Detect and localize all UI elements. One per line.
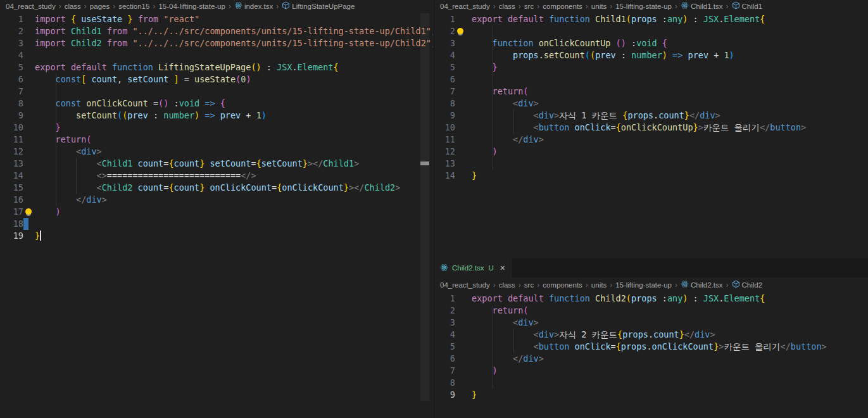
code-row[interactable]: 7: [0, 86, 433, 98]
code-line[interactable]: [23, 49, 433, 61]
code-row[interactable]: 3 function onClickCountUp () :void {: [434, 37, 868, 49]
code-line[interactable]: <div>자식 2 카운트{props.count}</div>: [455, 329, 868, 341]
line-number[interactable]: 9: [434, 389, 455, 401]
code-row[interactable]: 13 <Child1 count={count} setCount={setCo…: [0, 158, 433, 170]
breadcrumb-item[interactable]: src: [524, 0, 534, 13]
code-row[interactable]: 16 </div>: [0, 194, 433, 206]
code-row[interactable]: 11 </div>: [434, 134, 868, 146]
code-area[interactable]: 1export default function Child1(props :a…: [434, 13, 868, 182]
line-number[interactable]: 6: [434, 73, 455, 86]
line-number[interactable]: 18: [0, 218, 23, 230]
breadcrumb-item[interactable]: section15: [118, 0, 149, 13]
code-line[interactable]: }: [455, 61, 868, 73]
breadcrumb-item[interactable]: class: [499, 0, 515, 13]
code-row[interactable]: 1import { useState } from "react": [0, 13, 433, 25]
code-row[interactable]: 5export default function LiftingStateUpP…: [0, 61, 433, 73]
line-number[interactable]: 3: [434, 37, 455, 49]
breadcrumb-item[interactable]: units: [591, 0, 607, 13]
line-number[interactable]: 6: [434, 353, 455, 365]
code-line[interactable]: [455, 377, 868, 389]
code-row[interactable]: 14 <>==========================</>: [0, 170, 433, 182]
code-line[interactable]: ): [455, 146, 868, 158]
line-number[interactable]: 8: [434, 377, 455, 389]
code-row[interactable]: 5 <button onClick={props.onClickCount}>카…: [434, 341, 868, 353]
line-number[interactable]: 12: [434, 146, 455, 158]
code-line[interactable]: <div>: [455, 317, 868, 329]
code-line[interactable]: <>==========================</>: [23, 170, 433, 182]
code-row[interactable]: 3import Child2 from "../../../src/compon…: [0, 37, 433, 49]
breadcrumb-item[interactable]: 15-04-lifting-state-up: [158, 0, 225, 13]
line-number[interactable]: 14: [434, 170, 455, 182]
code-line[interactable]: return(: [455, 86, 868, 98]
line-number[interactable]: 4: [434, 329, 455, 341]
line-number[interactable]: 11: [0, 134, 23, 146]
line-number[interactable]: 16: [0, 194, 23, 206]
code-line[interactable]: }: [23, 230, 433, 242]
code-row[interactable]: 4: [0, 49, 433, 61]
breadcrumb-item[interactable]: Child1: [732, 0, 763, 13]
line-number[interactable]: 13: [434, 158, 455, 170]
breadcrumb-item[interactable]: Child2.tsx: [681, 277, 723, 293]
code-line[interactable]: <div>: [23, 146, 433, 158]
line-number[interactable]: 7: [434, 365, 455, 377]
code-row[interactable]: 11 return(: [0, 134, 433, 146]
code-line[interactable]: props.setCount((prev : number) => prev +…: [455, 49, 868, 61]
code-line[interactable]: </div>: [455, 353, 868, 365]
code-row[interactable]: 9}: [434, 389, 868, 401]
scrollbar[interactable]: [420, 13, 429, 401]
line-number[interactable]: 1: [434, 293, 455, 305]
code-line[interactable]: return(: [23, 134, 433, 146]
code-row[interactable]: 5 }: [434, 61, 868, 73]
code-row[interactable]: 8 const onClickCount =() :void => {: [0, 98, 433, 110]
code-line[interactable]: </div>: [455, 134, 868, 146]
code-line[interactable]: export default function Child1(props :an…: [455, 13, 868, 25]
line-number[interactable]: 10: [434, 122, 455, 134]
code-line[interactable]: }: [23, 122, 433, 134]
line-number[interactable]: 14: [0, 170, 23, 182]
breadcrumb-item[interactable]: units: [591, 277, 607, 293]
line-number[interactable]: 12: [0, 146, 23, 158]
code-line[interactable]: import Child1 from "../../../src/compone…: [23, 25, 433, 37]
code-row[interactable]: 12 <div>: [0, 146, 433, 158]
code-row[interactable]: 17 ): [0, 206, 433, 218]
code-line[interactable]: <div>: [455, 98, 868, 110]
breadcrumb-item[interactable]: pages: [90, 0, 110, 13]
line-number[interactable]: 9: [434, 110, 455, 122]
code-row[interactable]: 7 ): [434, 365, 868, 377]
code-row[interactable]: 2 return(: [434, 305, 868, 317]
line-number[interactable]: 5: [434, 61, 455, 73]
code-line[interactable]: import Child2 from "../../../src/compone…: [23, 37, 433, 49]
code-line[interactable]: <Child2 count={count} onClickCount={onCl…: [23, 182, 433, 194]
code-row[interactable]: 6 const[ count, setCount ] = useState(0): [0, 73, 433, 86]
code-row[interactable]: 18: [0, 218, 433, 230]
line-number[interactable]: 7: [434, 86, 455, 98]
code-line[interactable]: export default function LiftingStateUpPa…: [23, 61, 433, 73]
code-row[interactable]: 8 <div>: [434, 98, 868, 110]
code-line[interactable]: [23, 86, 433, 98]
code-line[interactable]: <Child1 count={count} setCount={setCount…: [23, 158, 433, 170]
code-line[interactable]: setCount((prev : number) => prev + 1): [23, 110, 433, 122]
code-row[interactable]: 2import Child1 from "../../../src/compon…: [0, 25, 433, 37]
breadcrumb-item[interactable]: class: [65, 0, 81, 13]
code-row[interactable]: 13: [434, 158, 868, 170]
lightbulb-icon[interactable]: [25, 208, 32, 215]
line-number[interactable]: 8: [434, 98, 455, 110]
code-row[interactable]: 15 <Child2 count={count} onClickCount={o…: [0, 182, 433, 194]
code-line[interactable]: [455, 158, 868, 170]
code-line[interactable]: <button onClick={onClickCountUp}>카운트 올리기…: [455, 122, 868, 134]
code-line[interactable]: [455, 73, 868, 86]
line-number[interactable]: 2: [0, 25, 23, 37]
breadcrumb-item[interactable]: 04_react_study: [440, 0, 490, 13]
tab-child2[interactable]: Child2.tsx U ×: [434, 258, 512, 277]
line-number[interactable]: 3: [434, 317, 455, 329]
close-icon[interactable]: ×: [500, 263, 505, 273]
line-number[interactable]: 4: [0, 49, 23, 61]
breadcrumb-item[interactable]: LiftingStateUpPage: [282, 0, 355, 13]
breadcrumb-item[interactable]: class: [499, 277, 515, 293]
code-line[interactable]: [455, 25, 868, 37]
line-number[interactable]: 8: [0, 98, 23, 110]
line-number[interactable]: 7: [0, 86, 23, 98]
line-number[interactable]: 3: [0, 37, 23, 49]
code-line[interactable]: return(: [455, 305, 868, 317]
breadcrumb-item[interactable]: Child2: [732, 277, 763, 293]
